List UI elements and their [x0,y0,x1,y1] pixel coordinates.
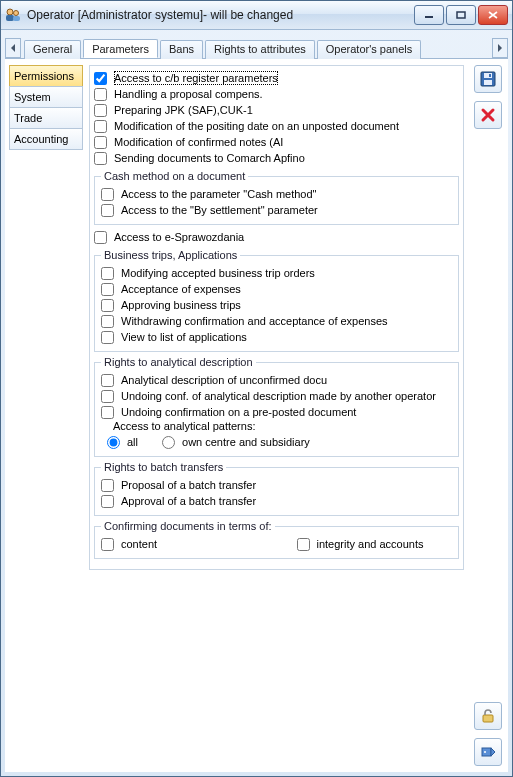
tab-bar: General Parameters Bans Rights to attrib… [1,30,512,58]
history-button[interactable] [474,738,502,766]
group-cash-method-legend: Cash method on a document [101,170,248,182]
trip-view-list-checkbox[interactable] [101,331,114,344]
lock-open-icon [480,708,496,724]
svg-rect-8 [484,80,492,85]
batch-approval-checkbox[interactable] [101,495,114,508]
radio-all[interactable]: all [107,434,138,450]
svg-rect-3 [13,16,20,21]
svg-rect-9 [489,74,491,77]
lock-button[interactable] [474,702,502,730]
radio-own[interactable]: own centre and subsidiary [162,434,310,450]
trip-approve-checkbox[interactable] [101,299,114,312]
save-button[interactable] [474,65,502,93]
window: Operator [Administrator systemu]- will b… [0,0,513,777]
options-panel: Access to c/b register parameters Handli… [89,65,464,570]
access-by-settlement-checkbox[interactable] [101,204,114,217]
window-title: Operator [Administrator systemu]- will b… [27,8,414,22]
opt-mod-posting-date[interactable]: Modification of the positing date on an … [94,118,459,134]
opt-trip-withdraw[interactable]: Withdrawing confirmation and acceptance … [101,313,452,329]
group-confirming-legend: Confirming documents in terms of: [101,520,275,532]
sidebar-item-system[interactable]: System [9,86,83,108]
batch-proposal-checkbox[interactable] [101,479,114,492]
opt-trip-modify[interactable]: Modifying accepted business trip orders [101,265,452,281]
access-cash-param-checkbox[interactable] [101,188,114,201]
opt-confirm-integrity[interactable]: integrity and accounts [297,536,453,552]
opt-batch-approval[interactable]: Approval of a batch transfer [101,493,452,509]
opt-trip-view-list[interactable]: View to list of applications [101,329,452,345]
group-trips: Business trips, Applications Modifying a… [94,249,459,352]
proposal-compens-checkbox[interactable] [94,88,107,101]
confirm-integrity-checkbox[interactable] [297,538,310,551]
window-buttons [414,5,508,25]
anal-undo-preposted-checkbox[interactable] [101,406,114,419]
opt-send-apfino[interactable]: Sending documents to Comarch Apfino [94,150,459,166]
trip-modify-checkbox[interactable] [101,267,114,280]
app-icon [5,7,21,23]
opt-trip-accept-exp[interactable]: Acceptance of expenses [101,281,452,297]
svg-point-0 [7,9,13,15]
opt-mod-confirmed-notes[interactable]: Modification of confirmed notes (AI [94,134,459,150]
tag-icon [480,744,496,760]
opt-access-by-settlement[interactable]: Access to the "By settlement" parameter [101,202,452,218]
send-apfino-checkbox[interactable] [94,152,107,165]
svg-rect-4 [425,16,433,18]
e-sprawozdania-checkbox[interactable] [94,231,107,244]
svg-point-2 [14,11,19,16]
trip-accept-exp-checkbox[interactable] [101,283,114,296]
tab-parameters[interactable]: Parameters [83,39,158,58]
jpk-saf-checkbox[interactable] [94,104,107,117]
group-cash-method: Cash method on a document Access to the … [94,170,459,225]
anal-patterns-label: Access to analytical patterns: [113,420,452,432]
group-analytical: Rights to analytical description Analyti… [94,356,459,457]
radio-own-input[interactable] [162,436,175,449]
group-analytical-legend: Rights to analytical description [101,356,256,368]
opt-proposal-compens[interactable]: Handling a proposal compens. [94,86,459,102]
radio-all-input[interactable] [107,436,120,449]
opt-anal-undo-preposted[interactable]: Undoing confirmation on a pre-posted doc… [101,404,452,420]
svg-point-12 [484,751,486,753]
x-icon [480,107,496,123]
opt-access-cash-param[interactable]: Access to the parameter "Cash method" [101,186,452,202]
group-batch-legend: Rights to batch transfers [101,461,226,473]
opt-e-sprawozdania[interactable]: Access to e-Sprawozdania [94,229,459,245]
tab-scroll-left[interactable] [5,38,21,58]
group-trips-legend: Business trips, Applications [101,249,240,261]
tab-general[interactable]: General [24,40,81,59]
side-nav: Permissions System Trade Accounting [5,59,87,772]
mod-posting-date-checkbox[interactable] [94,120,107,133]
sidebar-item-permissions[interactable]: Permissions [9,65,83,87]
minimize-button[interactable] [414,5,444,25]
cancel-button[interactable] [474,101,502,129]
sidebar-item-trade[interactable]: Trade [9,107,83,129]
tab-bans[interactable]: Bans [160,40,203,59]
svg-rect-10 [483,715,493,722]
close-button[interactable] [478,5,508,25]
sidebar-item-accounting[interactable]: Accounting [9,128,83,150]
client-area: Permissions System Trade Accounting Acce… [5,58,508,772]
tab-scroll-right[interactable] [492,38,508,58]
opt-anal-unconfirmed[interactable]: Analytical description of unconfirmed do… [101,372,452,388]
group-batch: Rights to batch transfers Proposal of a … [94,461,459,516]
group-confirming: Confirming documents in terms of: conten… [94,520,459,559]
opt-jpk-saf[interactable]: Preparing JPK (SAF),CUK-1 [94,102,459,118]
opt-batch-proposal[interactable]: Proposal of a batch transfer [101,477,452,493]
tab-rights-to-attributes[interactable]: Rights to attributes [205,40,315,59]
svg-rect-11 [482,748,491,756]
cb-register-checkbox[interactable] [94,72,107,85]
trip-withdraw-checkbox[interactable] [101,315,114,328]
opt-anal-undo-other[interactable]: Undoing conf. of analytical description … [101,388,452,404]
opt-cb-register[interactable]: Access to c/b register parameters [94,70,459,86]
titlebar: Operator [Administrator systemu]- will b… [1,1,512,30]
anal-undo-other-checkbox[interactable] [101,390,114,403]
mod-confirmed-notes-checkbox[interactable] [94,136,107,149]
confirm-content-checkbox[interactable] [101,538,114,551]
floppy-icon [480,71,496,87]
svg-rect-5 [457,12,465,18]
opt-trip-approve[interactable]: Approving business trips [101,297,452,313]
maximize-button[interactable] [446,5,476,25]
tab-operators-panels[interactable]: Operator's panels [317,40,421,59]
opt-confirm-content[interactable]: content [101,536,257,552]
anal-unconfirmed-checkbox[interactable] [101,374,114,387]
svg-rect-1 [6,15,14,21]
main-panel: Access to c/b register parameters Handli… [87,59,468,772]
